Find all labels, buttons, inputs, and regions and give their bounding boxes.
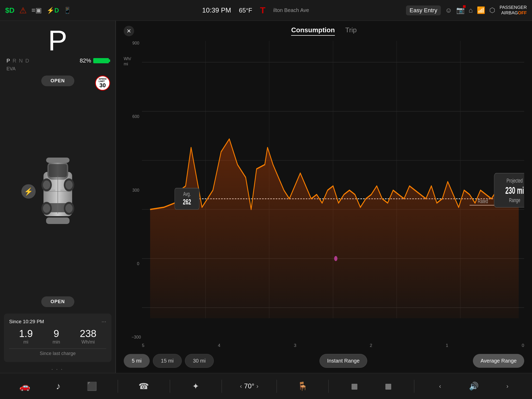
temp-right-arrow[interactable]: › xyxy=(256,383,259,390)
svg-rect-5 xyxy=(46,158,70,163)
wifi-icon[interactable]: 📶 xyxy=(477,6,485,14)
taskbar-separator-3 xyxy=(222,380,222,393)
chart-header: × Consumption Trip xyxy=(124,26,524,36)
time-unit: min xyxy=(53,339,60,345)
range-30mi-button[interactable]: 30 mi xyxy=(185,354,214,368)
tab-trip[interactable]: Trip xyxy=(345,26,357,36)
camera-icon[interactable]: 📷 xyxy=(456,6,465,14)
battery-display: 82% xyxy=(80,57,109,64)
nav-text: ilton Beach Ave xyxy=(273,7,309,13)
phone-taskbar-icon[interactable]: ☎ xyxy=(136,378,152,394)
svg-text:Rated: Rated xyxy=(478,198,488,204)
stats-header: Since 10:29 PM ··· xyxy=(9,318,106,325)
status-bar: $D ⚠ ≡▣ ⚡D 📱 10:39 PM 65°F T ilton Beach… xyxy=(0,0,532,21)
x-label-3: 3 xyxy=(294,343,296,348)
car-taskbar-icon[interactable]: 🚗 xyxy=(17,378,33,394)
taskbar-separator-2 xyxy=(170,380,170,393)
status-temp: 65°F xyxy=(239,7,252,14)
range-15mi-button[interactable]: 15 mi xyxy=(153,354,182,368)
car-illustration xyxy=(36,151,80,232)
car-svg-container: ⚡ xyxy=(34,150,81,233)
left-panel: P P R N D 82% EVA OPEN SPEEDLIMIT 30 xyxy=(0,21,116,373)
speed-limit-value: 30 xyxy=(99,83,106,88)
svg-rect-16 xyxy=(50,190,55,191)
consumption-unit: Wh/mi xyxy=(80,339,96,345)
y-label-neg300: −300 xyxy=(132,335,139,340)
x-label-2: 2 xyxy=(370,343,372,348)
y-label-600: 600 xyxy=(132,114,139,119)
current-gear: P xyxy=(0,26,115,55)
temperature-control: ‹ 70° › xyxy=(240,382,258,390)
media-taskbar-icon[interactable]: ⬛ xyxy=(84,378,100,394)
open-top-button[interactable]: OPEN xyxy=(41,76,74,86)
rear-defrost-icon[interactable]: ▦ xyxy=(347,378,362,394)
stats-since-label: Since 10:29 PM xyxy=(9,319,44,325)
chart-buttons: 5 mi 15 mi 30 mi Instant Range Average R… xyxy=(124,354,524,368)
bluetooth-icon[interactable]: ⬡ xyxy=(489,6,495,14)
range-5mi-button[interactable]: 5 mi xyxy=(124,354,150,368)
svg-rect-17 xyxy=(60,190,66,191)
svg-point-13 xyxy=(65,204,73,213)
taskbar-separator-5 xyxy=(328,380,329,393)
consumption-chart-svg: Avg. 262 Rated Projected 230 mi Range xyxy=(142,41,524,340)
y-label-300: 300 xyxy=(132,188,139,193)
close-button[interactable]: × xyxy=(124,26,134,36)
vol-down-icon[interactable]: ‹ xyxy=(432,378,448,394)
svg-rect-4 xyxy=(46,217,70,224)
stats-menu-button[interactable]: ··· xyxy=(102,318,106,325)
temp-left-arrow[interactable]: ‹ xyxy=(240,383,242,390)
status-left: $D ⚠ ≡▣ ⚡D 📱 xyxy=(5,5,125,15)
tesla-logo: T xyxy=(260,5,265,15)
chart-area: Wh/mi 900 600 300 0 −300 xyxy=(124,41,524,350)
car-view-area: OPEN SPEEDLIMIT 30 ⚡ xyxy=(0,73,115,310)
music-taskbar-icon[interactable]: ♪ xyxy=(51,378,66,394)
y-label-0: 0 xyxy=(132,261,139,266)
front-defrost-icon[interactable]: ▦ xyxy=(380,378,396,394)
prnd-row: P R N D 82% xyxy=(0,57,115,64)
right-panel: × Consumption Trip Wh/mi 900 600 300 0 −… xyxy=(116,21,532,373)
gear-n[interactable]: N xyxy=(19,58,23,64)
easy-entry-button[interactable]: Easy Entry xyxy=(406,5,441,15)
taskbar-separator-6 xyxy=(414,380,414,393)
stat-consumption: 238 Wh/mi xyxy=(80,328,96,345)
svg-text:Avg.: Avg. xyxy=(183,191,191,197)
x-label-5: 5 xyxy=(142,343,144,348)
gear-d[interactable]: D xyxy=(25,58,29,64)
chart-tabs: Consumption Trip xyxy=(291,26,356,36)
svg-point-11 xyxy=(65,180,73,189)
open-bottom-button[interactable]: OPEN xyxy=(41,296,74,307)
since-last-charge-label: Since last charge xyxy=(9,351,106,357)
x-label-1: 1 xyxy=(446,343,448,348)
ev-display-icon: ⚡D xyxy=(47,7,59,14)
fan-taskbar-icon[interactable]: ✦ xyxy=(188,378,204,394)
battery-bar xyxy=(93,58,109,63)
svg-text:230 mi: 230 mi xyxy=(505,185,524,195)
seat-taskbar-icon[interactable]: 🪑 xyxy=(295,378,310,394)
average-range-button[interactable]: Average Range xyxy=(473,354,524,368)
gear-p[interactable]: P xyxy=(7,58,10,64)
svg-text:262: 262 xyxy=(183,197,191,206)
chart-inner: Avg. 262 Rated Projected 230 mi Range 5 … xyxy=(142,41,524,350)
gear-display: P xyxy=(0,21,115,57)
charging-icon: ⚡ xyxy=(21,184,36,198)
consumption-value: 238 xyxy=(80,328,96,339)
airbag-off-label: OFF xyxy=(518,10,527,15)
phone-status-icon: 📱 xyxy=(64,7,71,14)
prnd-labels: P R N D xyxy=(7,58,29,64)
status-center: 10:39 PM 65°F T ilton Beach Ave xyxy=(125,5,386,15)
home-icon[interactable]: ⌂ xyxy=(469,6,473,14)
svg-text:Range: Range xyxy=(509,197,520,203)
volume-icon[interactable]: 🔊 xyxy=(466,378,481,394)
svg-point-7 xyxy=(43,180,50,189)
wh-mi-label: Wh/mi xyxy=(124,56,131,66)
tab-consumption[interactable]: Consumption xyxy=(291,26,335,36)
dollar-d-icon: $D xyxy=(5,6,15,15)
battery-percent-text: 82% xyxy=(80,57,91,64)
status-time: 10:39 PM xyxy=(202,6,231,14)
vol-up-icon[interactable]: › xyxy=(499,378,515,394)
taskbar-separator-1 xyxy=(118,380,118,393)
gear-r[interactable]: R xyxy=(12,58,16,64)
x-label-4: 4 xyxy=(218,343,220,348)
instant-range-button[interactable]: Instant Range xyxy=(320,354,367,368)
svg-point-32 xyxy=(334,256,337,261)
